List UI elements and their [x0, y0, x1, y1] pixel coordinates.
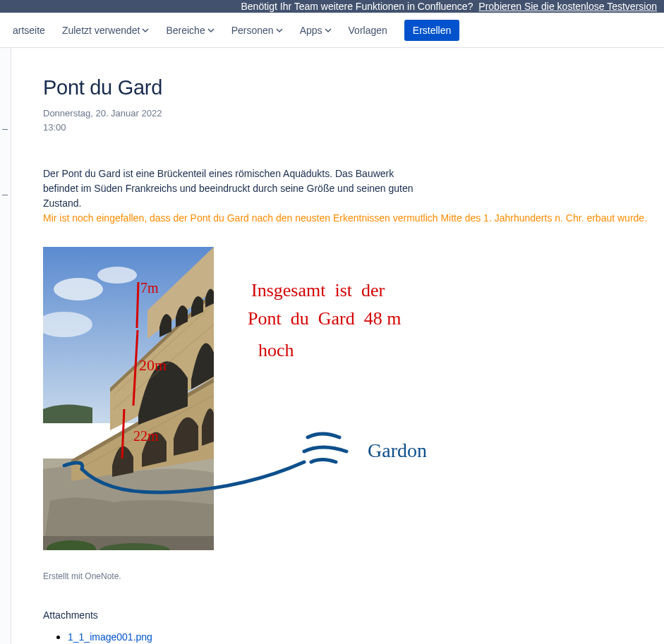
image-caption: Erstellt mit OneNote.: [43, 571, 664, 581]
top-nav: artseite Zuletzt verwendet Bereiche Pers…: [0, 13, 664, 48]
nav-recent[interactable]: Zuletzt verwendet: [55, 20, 157, 40]
banner-text: Benötigt Ihr Team weitere Funktionen in …: [241, 1, 473, 12]
sidebar-collapsed[interactable]: [0, 48, 11, 644]
nav-templates[interactable]: Vorlagen: [342, 20, 394, 40]
handwritten-annotations: 7m 20m 22m Insgesamt ist der Pont du Gar…: [43, 247, 459, 550]
nav-people[interactable]: Personen: [224, 20, 290, 40]
measure-mid: 20m: [139, 356, 167, 374]
chevron-down-icon: [325, 27, 332, 34]
attachments-heading: Attachments: [43, 609, 664, 621]
content-body: Der Pont du Gard ist eine Brückenteil ei…: [43, 166, 664, 226]
svg-text:Pont  du  Gard  48 m: Pont du Gard 48 m: [248, 308, 401, 329]
banner-link[interactable]: Probieren Sie die kostenlose Testversion: [478, 1, 657, 12]
paragraph-2-highlight: Mir ist noch eingefallen, dass der Pont …: [43, 211, 664, 226]
attachment-link[interactable]: 1_1_image001.png: [68, 631, 152, 643]
promo-banner: Benötigt Ihr Team weitere Funktionen in …: [0, 0, 664, 13]
paragraph-1: Der Pont du Gard ist eine Brückenteil ei…: [43, 166, 424, 211]
page-content: Pont du Gard Donnerstag, 20. Januar 2022…: [11, 48, 664, 644]
river-label: Gardon: [368, 439, 427, 461]
nav-apps[interactable]: Apps: [293, 20, 339, 40]
svg-line-13: [133, 330, 138, 406]
page-title: Pont du Gard: [43, 76, 664, 99]
nav-spaces[interactable]: Bereiche: [159, 20, 221, 40]
chevron-down-icon: [207, 27, 215, 34]
embedded-image: 7m 20m 22m Insgesamt ist der Pont du Gar…: [43, 247, 459, 550]
page-meta: Donnerstag, 20. Januar 2022 13:00: [43, 107, 664, 134]
create-button[interactable]: Erstellen: [404, 20, 459, 41]
nav-home[interactable]: artseite: [6, 20, 52, 40]
attachments-section: Attachments 1_1_image001.png: [43, 609, 664, 643]
svg-text:hoch: hoch: [258, 340, 294, 360]
measure-lower: 22m: [133, 428, 159, 444]
chevron-down-icon: [142, 27, 149, 34]
measure-top: 7m: [140, 280, 159, 296]
page-date: Donnerstag, 20. Januar 2022: [43, 107, 664, 121]
chevron-down-icon: [276, 27, 283, 34]
svg-text:Insgesamt  ist  der: Insgesamt ist der: [251, 280, 385, 300]
svg-line-14: [122, 409, 124, 458]
svg-line-12: [137, 282, 138, 328]
page-time: 13:00: [43, 121, 664, 135]
